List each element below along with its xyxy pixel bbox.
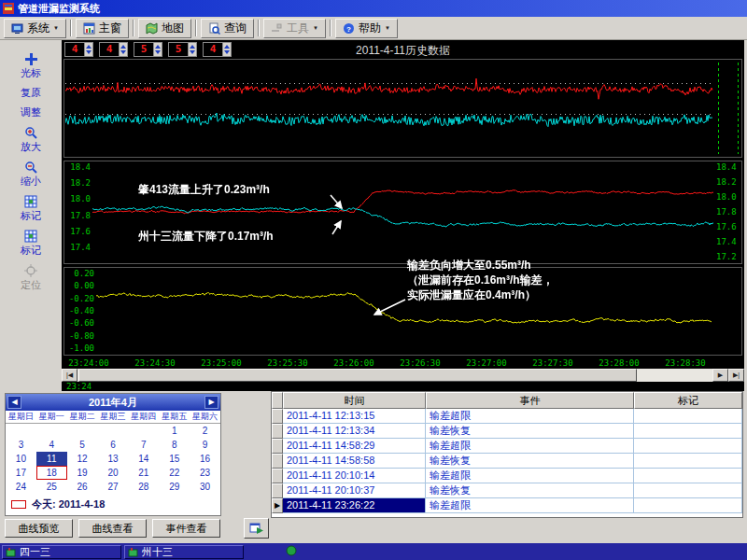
table-row[interactable]: 2011-4-11 14:58:58输差恢复	[272, 454, 742, 469]
spin-up-icon[interactable]	[120, 45, 126, 49]
table-row[interactable]: ▶2011-4-11 23:26:22输差超限	[272, 498, 742, 513]
menu-query[interactable]: 查询	[201, 19, 254, 38]
scroll-thumb[interactable]	[78, 369, 637, 382]
column-header[interactable]: 事件	[426, 392, 634, 409]
calendar-day-27[interactable]: 27	[98, 480, 129, 494]
menu-help[interactable]: ?帮助▼	[335, 19, 398, 38]
cell-event: 输差恢复	[426, 483, 634, 498]
calendar-day-26[interactable]: 26	[67, 480, 98, 494]
calendar-footer[interactable]: 今天: 2011-4-18	[6, 494, 220, 511]
calendar-day-11[interactable]: 11	[36, 452, 67, 466]
taskbar-item-2[interactable]: 州十三	[124, 545, 244, 559]
table-row[interactable]: 2011-4-11 14:58:29输差超限	[272, 439, 742, 454]
calendar-day-5[interactable]: 5	[67, 438, 98, 452]
chart-panel-diff[interactable]: 0.200.00-0.20-0.40-0.60-0.80-1.00	[63, 267, 742, 356]
menu-map[interactable]: 地图	[138, 19, 191, 38]
calendar-day-12[interactable]: 12	[67, 452, 98, 466]
axis-tick: -0.60	[69, 319, 94, 328]
calendar-day-7[interactable]: 7	[128, 438, 159, 452]
tool-locate[interactable]: 定位	[21, 263, 41, 292]
spin-up-icon[interactable]	[155, 45, 161, 49]
tool-mark-1[interactable]: 标记	[21, 194, 41, 223]
channel-spinner-4[interactable]: 5	[168, 42, 197, 57]
channel-spinner-5[interactable]: 4	[203, 42, 232, 57]
table-row[interactable]: 2011-4-11 20:10:37输差恢复	[272, 483, 742, 498]
calendar-day-29[interactable]: 29	[159, 480, 190, 494]
calendar-day-17[interactable]: 17	[6, 466, 36, 480]
calendar-day-18[interactable]: 18	[36, 466, 67, 480]
spin-down-icon[interactable]	[190, 50, 195, 54]
calendar-day-23[interactable]: 23	[190, 466, 220, 480]
axis-tick: -1.00	[69, 344, 94, 353]
table-row[interactable]: 2011-4-11 20:10:14输差超限	[272, 469, 742, 483]
calendar-day-28[interactable]: 28	[128, 480, 159, 494]
calendar-day-3[interactable]: 3	[6, 438, 36, 452]
menu-tools[interactable]: 工具▼	[263, 19, 326, 38]
scroll-position-label: 23:24	[66, 382, 92, 391]
channel-spinner-1[interactable]: 4	[64, 42, 93, 57]
scroll-right-button[interactable]: ▶	[712, 369, 728, 382]
table-row[interactable]: 2011-4-11 12:13:34输差恢复	[272, 424, 742, 439]
tool-mark-2[interactable]: 标记	[21, 229, 41, 258]
scroll-home-button[interactable]: |◀	[62, 369, 78, 382]
calendar-day-2[interactable]: 2	[190, 424, 220, 438]
tool-zoom-in[interactable]: 放大	[21, 125, 41, 154]
tool-adjust[interactable]: 调整	[21, 105, 41, 119]
tool-restore[interactable]: 复原	[21, 86, 41, 100]
menu-system[interactable]: 系统▼	[4, 19, 66, 38]
spin-up-icon[interactable]	[86, 45, 92, 49]
menu-main-window[interactable]: 主窗	[76, 19, 129, 38]
tool-zoom-out[interactable]: 缩小	[21, 160, 41, 189]
table-row[interactable]: 2011-4-11 12:13:15输差超限	[272, 409, 742, 424]
calendar-weekdays: 星期日星期一星期二星期三星期四星期五星期六	[6, 411, 220, 424]
calendar-day-16[interactable]: 16	[190, 452, 220, 466]
chart-scrollbar[interactable]: |◀ ▶ ▶|	[62, 369, 744, 382]
taskbar-item-1[interactable]: 四一三	[2, 545, 121, 559]
calendar-day-10[interactable]: 10	[6, 452, 36, 466]
calendar-day-13[interactable]: 13	[98, 452, 129, 466]
calendar-day-20[interactable]: 20	[98, 466, 129, 480]
chart-panel-raw[interactable]	[63, 59, 742, 158]
cell-mark	[634, 483, 742, 498]
channel-spinner-2[interactable]: 4	[99, 42, 128, 57]
toolbar-separator	[330, 20, 331, 36]
spin-up-icon[interactable]	[190, 45, 195, 49]
spin-down-icon[interactable]	[224, 50, 230, 54]
spin-down-icon[interactable]	[155, 50, 161, 54]
cell-time: 2011-4-11 20:10:37	[283, 483, 426, 498]
calendar-day-24[interactable]: 24	[6, 480, 36, 494]
calendar-day-1[interactable]: 1	[159, 424, 190, 438]
curve-preview-button[interactable]: 曲线预览	[5, 519, 73, 538]
column-header[interactable]: 时间	[283, 392, 426, 409]
calendar-day-4[interactable]: 4	[36, 438, 67, 452]
scroll-end-button[interactable]: ▶|	[728, 369, 744, 382]
spinner-value: 4	[65, 43, 84, 56]
scroll-track[interactable]	[78, 369, 712, 382]
station-icon	[128, 547, 138, 557]
tool-cursor[interactable]: 光标	[21, 51, 41, 80]
calendar-day-15[interactable]: 15	[159, 452, 190, 466]
calendar-day-30[interactable]: 30	[190, 480, 220, 494]
calendar-day-9[interactable]: 9	[190, 438, 220, 452]
calendar-day-14[interactable]: 14	[128, 452, 159, 466]
calendar-day-25[interactable]: 25	[36, 480, 67, 494]
calendar-day-8[interactable]: 8	[159, 438, 190, 452]
calendar-day-22[interactable]: 22	[159, 466, 190, 480]
spin-down-icon[interactable]	[120, 50, 126, 54]
spin-down-icon[interactable]	[86, 50, 92, 54]
open-curve-button[interactable]	[244, 518, 269, 539]
calendar-day-19[interactable]: 19	[67, 466, 98, 480]
event-view-button[interactable]: 事件查看	[152, 519, 220, 538]
channel-spinner-3[interactable]: 5	[134, 42, 162, 57]
column-header[interactable]: 标记	[634, 392, 742, 409]
curve-view-button[interactable]: 曲线查看	[78, 519, 147, 538]
cell-time: 2011-4-11 20:10:14	[283, 469, 426, 483]
x-axis-tick: 23:27:30	[529, 358, 577, 368]
chart-panel-flow[interactable]: 18.418.218.017.817.617.4 18.418.218.017.…	[63, 161, 742, 264]
calendar-next-button[interactable]: ▶	[204, 396, 218, 409]
calendar-prev-button[interactable]: ◀	[7, 396, 21, 409]
spin-up-icon[interactable]	[224, 45, 230, 49]
calendar-day-21[interactable]: 21	[128, 466, 159, 480]
menu-label-help: 帮助	[359, 21, 381, 36]
calendar-day-6[interactable]: 6	[98, 438, 129, 452]
